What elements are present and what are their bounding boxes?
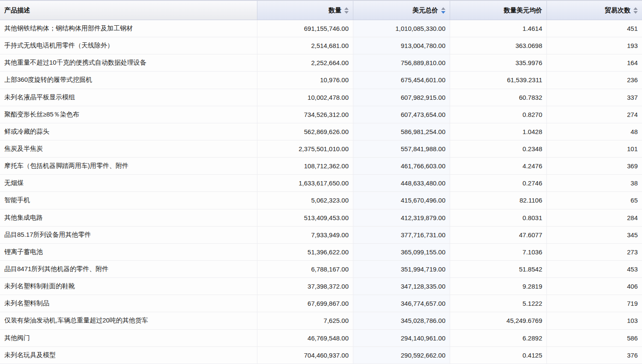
sort-asc-icon[interactable] <box>441 7 445 10</box>
cell-quantity: 2,375,501,010.00 <box>257 140 353 157</box>
sort-desc-icon[interactable] <box>344 11 349 14</box>
cell-product-desc: 未列名塑料制品 <box>0 295 257 312</box>
cell-avg-unit-price: 335.9976 <box>450 54 546 71</box>
cell-trade-count: 274 <box>546 106 642 123</box>
header-trade-count[interactable]: 贸易次数 <box>546 1 642 20</box>
table-row[interactable]: 未列名液晶平板显示模组 10,002,478.00 607,982,915.00… <box>0 89 642 106</box>
cell-quantity: 513,409,453.00 <box>257 209 353 226</box>
header-quantity[interactable]: 数量 <box>257 1 353 20</box>
cell-quantity: 734,526,312.00 <box>257 106 353 123</box>
sort-asc-icon[interactable] <box>344 7 349 10</box>
table-row[interactable]: 未列名塑料制品 67,699,867.00 346,774,657.00 5.1… <box>0 295 642 312</box>
table-row[interactable]: 未列名塑料制鞋面的鞋靴 37,398,372.00 347,128,335.00… <box>0 278 642 295</box>
table-row[interactable]: 未列名玩具及模型 704,460,937.00 290,592,662.00 0… <box>0 347 642 364</box>
table-row[interactable]: 仅装有柴油发动机,车辆总重量超过20吨的其他货车 7,625.00 345,02… <box>0 312 642 329</box>
cell-trade-count: 164 <box>546 54 642 71</box>
cell-quantity: 37,398,372.00 <box>257 278 353 295</box>
cell-total-usd: 351,994,719.00 <box>353 261 450 277</box>
table-row[interactable]: 无烟煤 1,633,617,650.00 448,633,480.00 0.27… <box>0 175 642 192</box>
table-row[interactable]: 聚酯变形长丝≥85％染色布 734,526,312.00 607,473,654… <box>0 106 642 123</box>
header-total-usd-label: 美元总价 <box>412 6 438 15</box>
cell-product-desc: 其他钢铁结构体；钢结构体用部件及加工钢材 <box>0 20 257 37</box>
cell-total-usd: 377,716,731.00 <box>353 227 450 243</box>
header-avg-unit-price: 数量美元均价 <box>450 1 546 20</box>
cell-trade-count: 337 <box>546 89 642 106</box>
table-row[interactable]: 其他阀门 46,769,548.00 294,140,961.00 6.2892… <box>0 330 642 347</box>
table-row[interactable]: 手持式无线电话机用零件（天线除外） 2,514,681.00 913,004,7… <box>0 37 642 54</box>
cell-quantity: 67,699,867.00 <box>257 295 353 312</box>
table-row[interactable]: 智能手机 5,062,323.00 415,670,496.00 82.1106… <box>0 192 642 209</box>
cell-total-usd: 415,670,496.00 <box>353 192 450 209</box>
table-row[interactable]: 鲜或冷藏的蒜头 562,869,626.00 586,981,254.00 1.… <box>0 123 642 140</box>
sort-icons-total-usd[interactable] <box>441 7 445 14</box>
cell-total-usd: 913,004,780.00 <box>353 37 450 54</box>
cell-total-usd: 586,981,254.00 <box>353 123 450 140</box>
table-row[interactable]: 其他钢铁结构体；钢结构体用部件及加工钢材 691,155,746.00 1,01… <box>0 20 642 37</box>
table-row[interactable]: 上部360度旋转的履带式挖掘机 10,976.00 675,454,601.00… <box>0 72 642 89</box>
cell-trade-count: 376 <box>546 347 642 364</box>
cell-avg-unit-price: 0.8270 <box>450 106 546 123</box>
cell-product-desc: 鲜或冷藏的蒜头 <box>0 123 257 140</box>
cell-total-usd: 347,128,335.00 <box>353 278 450 295</box>
sort-desc-icon[interactable] <box>633 11 638 14</box>
cell-trade-count: 284 <box>546 209 642 226</box>
cell-avg-unit-price: 1.4614 <box>450 20 546 37</box>
cell-avg-unit-price: 51.8542 <box>450 261 546 277</box>
sort-asc-icon[interactable] <box>633 7 638 10</box>
cell-trade-count: 48 <box>546 123 642 140</box>
cell-product-desc: 摩托车（包括机器脚踏两用车)用零件、附件 <box>0 158 257 174</box>
cell-avg-unit-price: 0.2348 <box>450 140 546 157</box>
cell-total-usd: 461,766,603.00 <box>353 158 450 174</box>
cell-avg-unit-price: 82.1106 <box>450 192 546 209</box>
cell-product-desc: 上部360度旋转的履带式挖掘机 <box>0 72 257 88</box>
table-row[interactable]: 其他重量不超过10千克的便携式自动数据处理设备 2,252,664.00 756… <box>0 54 642 72</box>
trade-products-table: 产品描述 数量 美元总价 数量美元均价 贸易次数 <box>0 0 642 364</box>
cell-product-desc: 聚酯变形长丝≥85％染色布 <box>0 106 257 123</box>
table-row[interactable]: 品目85.17所列设备用其他零件 7,933,949.00 377,716,73… <box>0 227 642 244</box>
cell-trade-count: 451 <box>546 20 642 37</box>
cell-trade-count: 345 <box>546 227 642 243</box>
table-row[interactable]: 品目8471所列其他机器的零件、附件 6,788,167.00 351,994,… <box>0 261 642 278</box>
cell-trade-count: 103 <box>546 312 642 329</box>
cell-product-desc: 其他集成电路 <box>0 209 257 226</box>
table-row[interactable]: 锂离子蓄电池 51,396,622.00 365,099,155.00 7.10… <box>0 244 642 261</box>
cell-quantity: 2,252,664.00 <box>257 54 353 71</box>
header-avg-unit-price-label: 数量美元均价 <box>504 6 542 15</box>
header-total-usd[interactable]: 美元总价 <box>353 1 450 20</box>
cell-trade-count: 406 <box>546 278 642 295</box>
sort-icons-trade-count[interactable] <box>633 7 638 14</box>
cell-product-desc: 未列名液晶平板显示模组 <box>0 89 257 106</box>
cell-total-usd: 290,592,662.00 <box>353 347 450 364</box>
cell-trade-count: 369 <box>546 158 642 174</box>
table-row[interactable]: 摩托车（包括机器脚踏两用车)用零件、附件 108,712,362.00 461,… <box>0 158 642 175</box>
cell-quantity: 704,460,937.00 <box>257 347 353 364</box>
cell-quantity: 108,712,362.00 <box>257 158 353 174</box>
cell-trade-count: 65 <box>546 192 642 209</box>
cell-trade-count: 193 <box>546 37 642 54</box>
cell-product-desc: 仅装有柴油发动机,车辆总重量超过20吨的其他货车 <box>0 312 257 329</box>
cell-avg-unit-price: 47.6077 <box>450 227 546 243</box>
cell-avg-unit-price: 4.2476 <box>450 158 546 174</box>
cell-quantity: 5,062,323.00 <box>257 192 353 209</box>
cell-trade-count: 586 <box>546 330 642 346</box>
table-row[interactable]: 焦炭及半焦炭 2,375,501,010.00 557,841,988.00 0… <box>0 140 642 158</box>
cell-product-desc: 品目85.17所列设备用其他零件 <box>0 227 257 243</box>
cell-total-usd: 607,982,915.00 <box>353 89 450 106</box>
cell-avg-unit-price: 9.2819 <box>450 278 546 295</box>
cell-avg-unit-price: 363.0698 <box>450 37 546 54</box>
cell-total-usd: 756,889,810.00 <box>353 54 450 71</box>
cell-total-usd: 345,028,786.00 <box>353 312 450 329</box>
sort-icons-quantity[interactable] <box>344 7 349 14</box>
cell-total-usd: 346,774,657.00 <box>353 295 450 312</box>
cell-product-desc: 无烟煤 <box>0 175 257 191</box>
sort-desc-icon[interactable] <box>441 11 445 14</box>
cell-avg-unit-price: 0.2746 <box>450 175 546 191</box>
cell-trade-count: 101 <box>546 140 642 157</box>
table-body: 其他钢铁结构体；钢结构体用部件及加工钢材 691,155,746.00 1,01… <box>0 20 642 364</box>
cell-product-desc: 智能手机 <box>0 192 257 209</box>
cell-trade-count: 38 <box>546 175 642 191</box>
cell-avg-unit-price: 0.8031 <box>450 209 546 226</box>
table-row[interactable]: 其他集成电路 513,409,453.00 412,319,879.00 0.8… <box>0 209 642 227</box>
cell-total-usd: 294,140,961.00 <box>353 330 450 346</box>
cell-total-usd: 365,099,155.00 <box>353 244 450 260</box>
